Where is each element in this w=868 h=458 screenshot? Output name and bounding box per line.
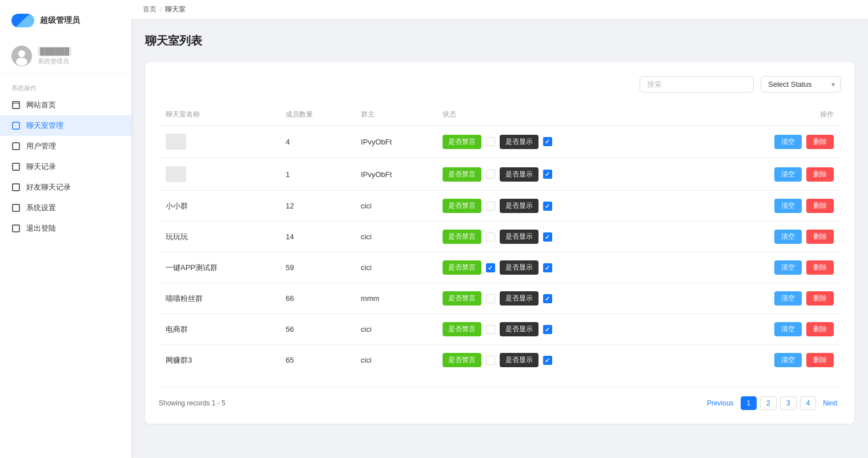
show-checkbox[interactable]	[543, 170, 552, 179]
cell-name: 一键APP测试群	[159, 252, 279, 283]
show-toggle-button[interactable]: 是否显示	[500, 322, 539, 336]
chatlogs-icon	[11, 162, 21, 171]
show-checkbox[interactable]	[543, 294, 552, 303]
username: ██████	[38, 47, 71, 56]
show-checkbox[interactable]	[543, 356, 552, 365]
cell-actions: 清空删除	[707, 252, 841, 283]
clear-button[interactable]: 清空	[774, 291, 802, 306]
ban-toggle-button[interactable]: 是否禁言	[443, 167, 481, 182]
ban-toggle-button[interactable]: 是否禁言	[443, 199, 481, 213]
sidebar-item-users[interactable]: 用户管理	[0, 136, 131, 156]
page-button-2[interactable]: 2	[760, 396, 777, 410]
sidebar-item-friendlogs[interactable]: 好友聊天记录	[0, 177, 131, 198]
ban-checkbox[interactable]	[486, 232, 495, 242]
sidebar-section-label: 系统操作	[0, 81, 131, 95]
table-header-row: 聊天室名称 成员数量 群主 状态 操作	[159, 104, 841, 126]
cell-name: 电商群	[159, 314, 279, 345]
clear-button[interactable]: 清空	[774, 199, 802, 213]
delete-button[interactable]: 删除	[806, 260, 834, 275]
next-button[interactable]: Next	[819, 397, 841, 409]
ban-toggle-button[interactable]: 是否禁言	[443, 291, 481, 306]
clear-button[interactable]: 清空	[774, 230, 802, 244]
page-title: 聊天室列表	[145, 33, 854, 49]
show-checkbox[interactable]	[543, 263, 552, 272]
user-info: ██████ 系统管理员	[38, 47, 71, 66]
delete-button[interactable]: 删除	[806, 291, 834, 306]
delete-button[interactable]: 删除	[806, 230, 834, 244]
ban-checkbox[interactable]	[486, 263, 495, 272]
show-toggle-button[interactable]: 是否显示	[500, 291, 539, 306]
ban-checkbox[interactable]	[486, 137, 495, 146]
ban-checkbox[interactable]	[486, 325, 495, 334]
ban-toggle-button[interactable]: 是否禁言	[443, 230, 481, 244]
breadcrumb-current: 聊天室	[165, 5, 186, 14]
clear-button[interactable]: 清空	[774, 135, 802, 149]
page-button-1[interactable]: 1	[741, 396, 757, 410]
cell-members: 66	[279, 283, 354, 314]
main-content: 首页 / 聊天室 聊天室列表 Select Status 启用 禁用	[131, 0, 868, 458]
cell-actions: 清空删除	[707, 283, 841, 314]
col-status: 状态	[436, 104, 707, 126]
show-toggle-button[interactable]: 是否显示	[500, 260, 539, 275]
show-toggle-button[interactable]: 是否显示	[500, 135, 539, 149]
delete-button[interactable]: 删除	[806, 199, 834, 213]
breadcrumb-home[interactable]: 首页	[143, 5, 156, 14]
clear-button[interactable]: 清空	[774, 353, 802, 367]
page-button-3[interactable]: 3	[780, 396, 797, 410]
table-row: 1IPvyObFt是否禁言是否显示清空删除	[159, 158, 841, 191]
room-thumb	[166, 134, 186, 150]
cell-status: 是否禁言是否显示	[436, 283, 707, 314]
sidebar-user: ██████ 系统管理员	[0, 39, 131, 74]
show-checkbox[interactable]	[543, 202, 552, 211]
cell-owner: cici	[354, 191, 436, 222]
search-input[interactable]	[640, 76, 754, 93]
clear-button[interactable]: 清空	[774, 167, 802, 182]
sidebar-item-chatroom[interactable]: 聊天室管理	[0, 115, 131, 136]
sidebar-item-chatroom-label: 聊天室管理	[26, 120, 63, 131]
show-toggle-button[interactable]: 是否显示	[500, 167, 539, 182]
ban-checkbox[interactable]	[486, 170, 495, 179]
ban-toggle-button[interactable]: 是否禁言	[443, 322, 481, 336]
show-toggle-button[interactable]: 是否显示	[500, 353, 539, 367]
svg-rect-5	[13, 122, 19, 129]
delete-button[interactable]: 删除	[806, 167, 834, 182]
settings-icon	[11, 203, 21, 212]
sidebar-item-chatlogs[interactable]: 聊天记录	[0, 156, 131, 177]
col-name: 聊天室名称	[159, 104, 279, 126]
svg-rect-7	[13, 163, 19, 170]
delete-button[interactable]: 删除	[806, 353, 834, 367]
sidebar-item-settings[interactable]: 系统设置	[0, 198, 131, 218]
table-row: 小小群12cici是否禁言是否显示清空删除	[159, 191, 841, 222]
col-actions: 操作	[707, 104, 841, 126]
delete-button[interactable]: 删除	[806, 322, 834, 336]
table-row: 网赚群365cici是否禁言是否显示清空删除	[159, 345, 841, 376]
clear-button[interactable]: 清空	[774, 322, 802, 336]
show-toggle-button[interactable]: 是否显示	[500, 230, 539, 244]
friendlogs-icon	[11, 183, 21, 192]
page-button-4[interactable]: 4	[800, 396, 817, 410]
cell-members: 65	[279, 345, 354, 376]
ban-checkbox[interactable]	[486, 356, 495, 365]
sidebar-item-website[interactable]: 网站首页	[0, 95, 131, 115]
clear-button[interactable]: 清空	[774, 260, 802, 275]
ban-toggle-button[interactable]: 是否禁言	[443, 135, 481, 149]
ban-checkbox[interactable]	[486, 202, 495, 211]
cell-name: 小小群	[159, 191, 279, 222]
select-status[interactable]: Select Status 启用 禁用	[761, 76, 841, 93]
user-role: 系统管理员	[38, 57, 71, 66]
prev-button[interactable]: Previous	[704, 397, 737, 409]
content-area: 聊天室列表 Select Status 启用 禁用 聊天室名称	[131, 19, 868, 458]
show-toggle-button[interactable]: 是否显示	[500, 199, 539, 213]
ban-toggle-button[interactable]: 是否禁言	[443, 353, 481, 367]
show-checkbox[interactable]	[543, 232, 552, 242]
ban-checkbox[interactable]	[486, 294, 495, 303]
ban-toggle-button[interactable]: 是否禁言	[443, 260, 481, 275]
cell-owner: IPvyObFt	[354, 126, 436, 158]
delete-button[interactable]: 删除	[806, 135, 834, 149]
cell-status: 是否禁言是否显示	[436, 158, 707, 191]
show-checkbox[interactable]	[543, 137, 552, 146]
svg-point-1	[18, 50, 25, 57]
sidebar-item-logout[interactable]: 退出登陆	[0, 218, 131, 239]
breadcrumb-separator: /	[160, 6, 162, 14]
show-checkbox[interactable]	[543, 325, 552, 334]
